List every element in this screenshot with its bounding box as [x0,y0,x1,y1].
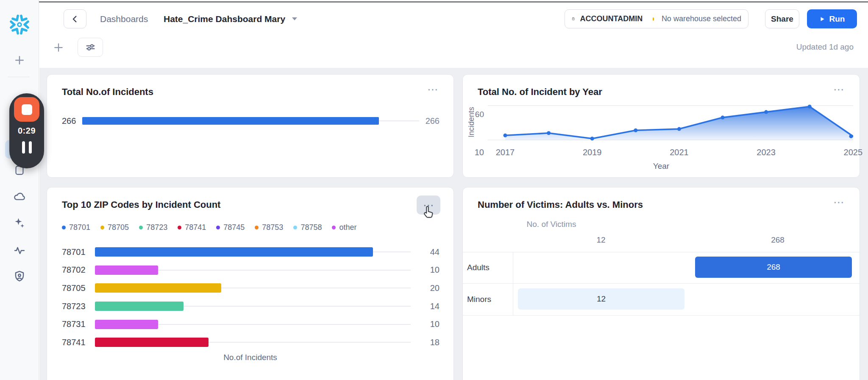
x-axis-tick: 2019 [583,148,602,157]
bar-value: 10 [417,319,440,329]
legend-item[interactable]: 78753 [255,223,283,232]
row-label-minors: Minors [467,295,491,304]
sidebar-sparkles-icon[interactable] [13,217,26,229]
recorder-stop-button[interactable] [14,97,39,122]
bar-value: 44 [417,247,440,257]
legend-label: 78745 [223,223,245,232]
bar [95,283,221,293]
add-tile-button[interactable] [51,39,66,56]
bar-value-right: 266 [426,116,440,126]
screen-recorder-widget: 0:29 [9,93,44,168]
x-axis-ticks: 20172019202120232025 [463,148,860,158]
window-top-edge [0,1,868,3]
snowflake-logo-icon[interactable] [8,14,31,36]
card-title: Total No. of Incident by Year [478,87,602,98]
legend-dot [100,226,104,229]
bar-value: 18 [417,338,440,347]
card-title: Number of Victims: Adults vs. Minors [478,199,643,210]
legend-label: 78705 [108,223,129,232]
legend-dot [332,226,336,229]
bar-value: 14 [417,302,440,311]
role-badge-icon [572,14,575,24]
total-incidents-bar-row: 266 266 [62,116,440,126]
breadcrumb[interactable]: Dashboards [100,9,148,28]
warehouse-status: No warehouse selected [662,14,741,23]
bar [95,320,158,329]
sidebar-divider [8,77,30,77]
sidebar-activity-icon[interactable] [13,243,26,257]
legend-dot [62,226,66,229]
legend-item[interactable]: 78723 [139,223,167,232]
share-button[interactable]: Share [765,9,799,28]
card-title: Top 10 ZIP Codes by Incident Count [62,199,220,210]
run-button[interactable]: Run [807,9,857,28]
sliders-icon [85,42,96,53]
bar-category-label: 78702 [62,265,88,275]
sidebar-cloud-icon[interactable] [13,190,26,203]
sidebar-add-icon[interactable] [13,54,26,67]
bar-row: 7874118 [62,333,440,352]
bar-value: 10 [417,265,440,275]
bar-value: 20 [417,283,440,293]
bar-row: 7870144 [62,243,440,261]
legend-dot [178,226,181,229]
sidebar-admin-shield-icon[interactable] [13,270,26,283]
x-axis-tick: 2023 [757,148,776,157]
bar-category-label: 78701 [62,247,88,257]
left-sidebar [0,0,39,380]
card-menu-button-hovered[interactable]: ⋯ [417,196,440,215]
bar-track [95,265,411,275]
warehouse-status-dot [653,17,654,21]
card-total-incidents: Total No.of Incidents ⋯ 266 266 [47,74,454,178]
column-header-12: 12 [596,235,605,245]
bar-track [95,320,411,329]
bar-rows: 7870144787021078705207872314787311078741… [62,243,440,352]
bar [95,302,184,311]
stop-icon [22,104,32,115]
legend-label: 78741 [185,223,206,232]
x-axis-title: No.of Incidents [47,353,453,362]
bar-track [95,338,411,347]
bar-track [95,302,411,311]
heat-cell-adults: 268 [695,257,852,278]
x-axis-tick: 2025 [844,148,863,157]
legend-label: 78723 [146,223,167,232]
bar-row: 7870210 [62,261,440,279]
legend-item[interactable]: 78701 [62,223,90,232]
legend-item[interactable]: 78705 [100,223,129,232]
legend-label: 78758 [300,223,322,232]
legend-dot [139,226,143,229]
x-axis-tick: 2021 [670,148,689,157]
dashboard-title-menu[interactable]: Hate_Crime Dahsboard Mary [164,9,297,28]
card-menu-button[interactable]: ⋯ [427,84,438,95]
recorder-pause-button[interactable] [22,141,32,154]
chevron-down-icon [292,17,297,20]
y-axis-tick: 60 [473,110,484,119]
bar-track [82,116,419,126]
filters-button[interactable] [78,38,103,57]
bar-row: 7872314 [62,297,440,316]
plus-icon [52,41,65,54]
back-button[interactable] [64,9,86,28]
legend-dot [216,226,220,229]
bar [95,247,373,257]
legend-label: other [339,223,356,232]
column-axis-title: No. of Victims [527,220,576,229]
context-selector[interactable]: ACCOUNTADMIN No warehouse selected [565,9,748,28]
bar-category-label: 78705 [62,283,88,293]
card-menu-button[interactable]: ⋯ [833,197,844,208]
legend-item[interactable]: 78758 [293,223,322,232]
legend-item[interactable]: 78741 [178,223,206,232]
legend-item[interactable]: other [332,223,356,232]
legend-label: 78753 [262,223,283,232]
x-axis-tick: 2017 [496,148,515,157]
card-menu-button[interactable]: ⋯ [833,84,844,95]
legend-dot [255,226,259,229]
column-header-268: 268 [771,235,785,245]
area-chart [488,102,853,142]
legend-dot [293,226,297,229]
bar-category-label: 78741 [62,338,88,347]
legend-item[interactable]: 78745 [216,223,245,232]
y-axis-title: Incidents [467,101,476,143]
bar-value-left: 266 [62,116,76,126]
